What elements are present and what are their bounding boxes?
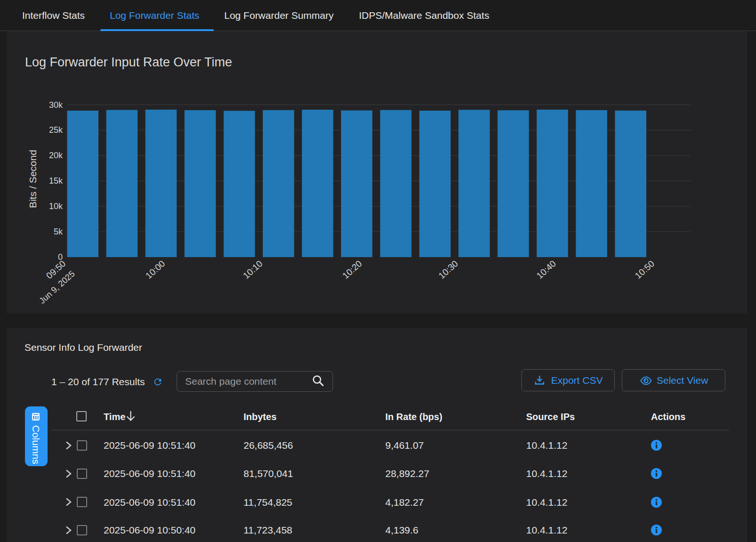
svg-text:20k: 20k bbox=[49, 151, 63, 160]
svg-text:25k: 25k bbox=[49, 125, 63, 135]
svg-text:10:20: 10:20 bbox=[341, 259, 364, 281]
svg-text:15k: 15k bbox=[49, 176, 63, 186]
svg-text:5k: 5k bbox=[54, 227, 63, 236]
svg-text:10:40: 10:40 bbox=[535, 259, 558, 281]
svg-text:Bits / Second: Bits / Second bbox=[27, 150, 38, 208]
svg-text:10:50: 10:50 bbox=[633, 259, 656, 281]
svg-text:10:30: 10:30 bbox=[437, 259, 460, 281]
svg-text:10:00: 10:00 bbox=[144, 259, 167, 281]
svg-text:30k: 30k bbox=[49, 100, 63, 110]
svg-text:10k: 10k bbox=[49, 202, 63, 211]
svg-text:10:10: 10:10 bbox=[241, 259, 264, 281]
